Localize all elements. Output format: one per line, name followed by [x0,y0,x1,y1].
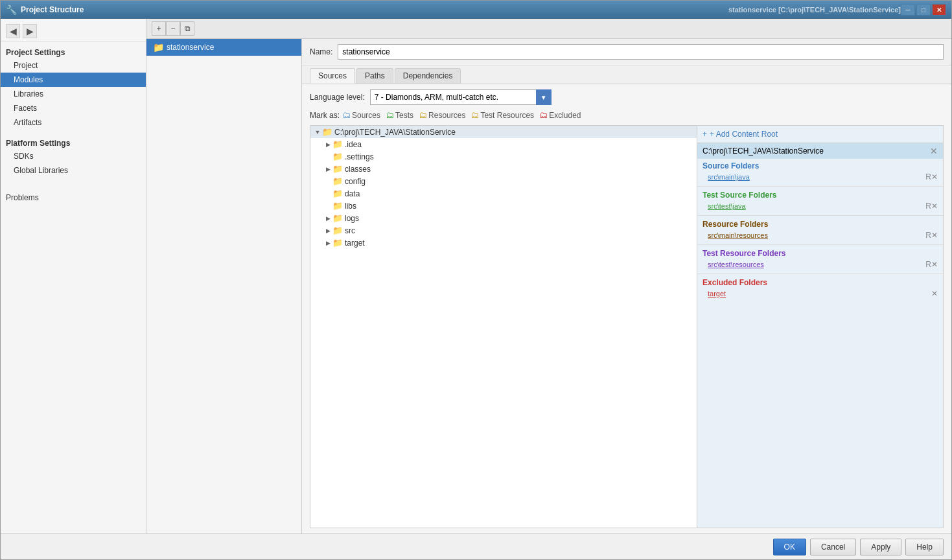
tree-arrow-logs[interactable]: ▶ [323,214,332,223]
test-source-folder-rx-button[interactable]: R✕ [925,202,938,211]
sidebar-item-modules-label: Modules [14,75,43,84]
tree-label-data: data [345,189,360,198]
tree-label-config: config [345,177,366,186]
main-split: ▼ 📁 C:\proj\TECH_JAVA\StationService ▶ 📁… [310,125,944,528]
test-resource-folder-path-0[interactable]: src\test\resources [708,261,764,268]
maximize-button[interactable]: □ [916,4,931,16]
tree-item-src[interactable]: ▶ 📁 src [310,224,697,237]
mark-as-sources[interactable]: 🗂 Sources [342,110,380,120]
tab-sources[interactable]: Sources [310,68,355,84]
tree-arrow-root[interactable]: ▼ [313,128,322,137]
tree-label-classes: classes [345,165,371,174]
module-item-stationservice[interactable]: 📁 stationservice [146,39,301,56]
mark-as-test-resources[interactable]: 🗂 Test Resources [470,110,534,120]
add-content-root-label: + Add Content Root [710,130,778,139]
source-folder-path-0[interactable]: src\main\java [708,173,750,181]
sidebar-item-project-label: Project [14,61,38,70]
tree-item-target[interactable]: ▶ 📁 target [310,237,697,249]
source-folder-actions-0: R✕ [925,172,938,181]
tree-item-idea[interactable]: ▶ 📁 .idea [310,138,697,150]
sidebar-item-libraries[interactable]: Libraries [1,87,146,101]
resource-folders-section: Resource Folders src\main\resources R✕ [697,217,943,243]
tree-arrow-src[interactable]: ▶ [323,226,332,235]
sidebar-item-facets[interactable]: Facets [1,101,146,115]
copy-module-button[interactable]: ⧉ [180,21,194,36]
content-root-close-button[interactable]: ✕ [930,146,938,156]
test-source-folder-actions-0: R✕ [925,202,938,211]
tree-folder-root-icon: 📁 [322,127,332,137]
add-icon: + [156,24,161,33]
tree-item-root[interactable]: ▼ 📁 C:\proj\TECH_JAVA\StationService [310,126,697,138]
help-button[interactable]: Help [905,539,944,555]
add-icon: + [702,130,707,139]
excluded-folder-x-button[interactable]: ✕ [931,289,938,298]
mark-as-tests[interactable]: 🗂 Tests [386,110,413,120]
resource-folder-actions-0: R✕ [925,231,938,240]
excluded-folders-title: Excluded Folders [702,278,938,287]
test-resource-folder-rx-button[interactable]: R✕ [925,260,938,269]
cancel-button[interactable]: Cancel [810,539,856,555]
remove-icon: − [170,24,175,33]
apply-button[interactable]: Apply [860,539,901,555]
folder-tests-icon: 🗂 [386,110,394,120]
language-level-select[interactable]: 3 - Enums, autoboxing etc. 5 - Enums, au… [370,89,551,105]
forward-button[interactable]: ▶ [23,24,37,38]
sidebar-item-sdks[interactable]: SDKs [1,149,146,163]
sep-1 [697,186,943,187]
excluded-folder-path-0[interactable]: target [708,290,726,298]
detail-panel: Name: Sources Paths Dependencies [302,39,951,533]
mark-as-test-resources-label: Test Resources [480,111,534,120]
sidebar-item-global-libraries[interactable]: Global Libraries [1,163,146,178]
close-button[interactable]: ✕ [932,4,946,16]
file-tree-panel: ▼ 📁 C:\proj\TECH_JAVA\StationService ▶ 📁… [310,125,697,528]
ok-button[interactable]: OK [773,539,806,555]
excluded-folder-entry-0: target ✕ [702,288,938,299]
source-folder-rx-button[interactable]: R✕ [925,172,938,181]
tree-arrow-idea[interactable]: ▶ [323,140,332,149]
window-title: Project Structure [21,5,723,14]
language-level-label: Language level: [310,93,365,102]
mark-as-resources[interactable]: 🗂 Resources [419,110,465,120]
tree-arrow-target[interactable]: ▶ [323,239,332,248]
tree-folder-logs-icon: 📁 [332,213,343,223]
sep-3 [697,244,943,245]
resource-folder-entry-0: src\main\resources R✕ [702,230,938,240]
sidebar-item-problems-label: Problems [6,193,39,202]
name-input[interactable] [338,44,944,60]
platform-settings-label: Platform Settings [1,135,146,149]
test-resource-folders-section: Test Resource Folders src\test\resources… [697,246,943,272]
back-button[interactable]: ◀ [6,24,20,38]
tree-label-logs: logs [345,214,359,223]
sidebar-item-project[interactable]: Project [1,58,146,73]
module-folder-icon: 📁 [153,42,164,52]
mark-as-excluded[interactable]: 🗂 Excluded [539,110,581,120]
sidebar-item-artifacts[interactable]: Artifacts [1,115,146,130]
tree-item-data[interactable]: ▶ 📁 data [310,187,697,200]
tree-item-classes[interactable]: ▶ 📁 classes [310,163,697,175]
test-source-folder-path-0[interactable]: src\test\java [708,202,746,210]
sidebar-item-modules[interactable]: Modules [1,73,146,87]
add-content-root-header: + + Add Content Root [697,126,943,143]
tree-arrow-classes[interactable]: ▶ [323,165,332,174]
test-source-folders-section: Test Source Folders src\test\java R✕ [697,188,943,214]
add-content-root-button[interactable]: + + Add Content Root [702,130,778,139]
sidebar-item-facets-label: Facets [14,104,37,113]
tree-item-settings[interactable]: ▶ 📁 .settings [310,150,697,163]
tab-paths[interactable]: Paths [356,68,393,84]
module-list-panel: 📁 stationservice [146,39,302,533]
remove-module-button[interactable]: − [166,21,180,36]
add-module-button[interactable]: + [152,21,166,36]
sep-2 [697,215,943,216]
test-resource-folder-actions-0: R✕ [925,260,938,269]
tree-item-logs[interactable]: ▶ 📁 logs [310,212,697,224]
tree-item-config[interactable]: ▶ 📁 config [310,175,697,187]
tree-item-libs[interactable]: ▶ 📁 libs [310,200,697,212]
sidebar-item-libraries-label: Libraries [14,89,43,99]
resource-folder-path-0[interactable]: src\main\resources [708,231,768,239]
tab-dependencies[interactable]: Dependencies [395,68,461,84]
resource-folder-rx-button[interactable]: R✕ [925,231,938,240]
excluded-folders-section: Excluded Folders target ✕ [697,275,943,301]
minimize-button[interactable]: ─ [901,4,915,16]
tree-folder-config-icon: 📁 [332,176,343,186]
sidebar-item-problems[interactable]: Problems [1,188,146,205]
